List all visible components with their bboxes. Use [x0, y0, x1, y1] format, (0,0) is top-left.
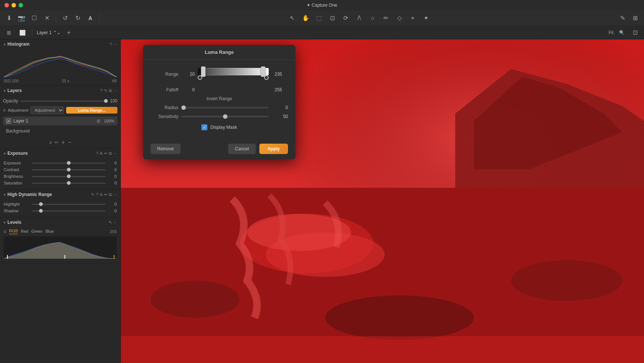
- layers-help[interactable]: ?: [100, 88, 103, 93]
- shadow-slider[interactable]: [32, 210, 106, 212]
- exp-a[interactable]: A: [100, 151, 102, 156]
- hdr-a[interactable]: A: [100, 192, 102, 197]
- straighten-tool[interactable]: ⊡: [327, 13, 338, 23]
- ellipse-tool[interactable]: ○: [368, 13, 378, 23]
- hand-tool[interactable]: ✋: [301, 13, 311, 23]
- saturation-slider[interactable]: [32, 183, 106, 184]
- opacity-thumb[interactable]: [104, 99, 108, 103]
- close-button[interactable]: [4, 3, 9, 7]
- cursor-tool[interactable]: ↖: [287, 13, 298, 23]
- layer-selector[interactable]: Layer 1 ⌃⌄: [37, 30, 61, 35]
- window-icon[interactable]: ☐: [29, 13, 39, 23]
- brightness-thumb[interactable]: [67, 174, 71, 178]
- levels-tab-red[interactable]: Red: [21, 229, 28, 234]
- minimize-button[interactable]: [12, 3, 16, 7]
- levels-tab-rgb[interactable]: RGB: [9, 229, 18, 234]
- crop-tool[interactable]: ⬚: [314, 13, 324, 23]
- levels-tab-blue[interactable]: Blue: [46, 229, 54, 234]
- layer-checkbox[interactable]: ✓: [6, 118, 11, 124]
- layers-header[interactable]: ▾ Layers ? ✎ ⧉ ···: [0, 86, 120, 95]
- opacity-row: Opacity 100: [3, 97, 117, 105]
- remove-button[interactable]: Remove: [151, 144, 181, 154]
- brightness-value: 0: [108, 174, 117, 179]
- levels-tab-green[interactable]: Green: [31, 229, 43, 234]
- layers-menu[interactable]: ···: [113, 88, 117, 93]
- contrast-thumb[interactable]: [67, 168, 71, 171]
- range-right-handle[interactable]: [261, 66, 265, 77]
- app-title: ✦ Capture One: [307, 3, 337, 8]
- falloff-value-left: 0: [181, 87, 195, 92]
- fullscreen-icon[interactable]: ⊡: [630, 27, 640, 38]
- download-icon[interactable]: ⬇: [4, 13, 14, 23]
- brightness-row: Brightness 0: [4, 173, 117, 180]
- heal-tool[interactable]: ✦: [421, 13, 431, 23]
- grid-view-icon[interactable]: ⊞: [4, 27, 14, 38]
- erase-tool[interactable]: ◇: [394, 13, 405, 23]
- rotate-tool[interactable]: ⟳: [341, 13, 351, 23]
- sensitivity-slider[interactable]: [181, 116, 269, 117]
- highlight-slider[interactable]: [32, 204, 106, 205]
- luma-range-button[interactable]: Luma Range...: [66, 107, 117, 114]
- cancel-button[interactable]: Cancel: [228, 144, 255, 154]
- close-icon[interactable]: ✕: [42, 13, 52, 23]
- layers-list-icon[interactable]: ≡: [49, 140, 52, 145]
- layers-edit[interactable]: ✎: [104, 88, 107, 93]
- hdr-edit-icon[interactable]: ✎: [91, 192, 94, 197]
- hdr-help[interactable]: ?: [96, 192, 98, 197]
- edit-icon[interactable]: ✎: [617, 13, 628, 23]
- histogram-menu[interactable]: ···: [113, 42, 117, 46]
- range-left-handle[interactable]: [201, 66, 206, 77]
- layer-chevron: ⌃⌄: [53, 30, 61, 35]
- shadow-thumb[interactable]: [39, 209, 43, 213]
- clone-tool[interactable]: ⌖: [408, 13, 418, 23]
- saturation-thumb[interactable]: [67, 181, 71, 185]
- brush-tool[interactable]: ✏: [381, 13, 391, 23]
- saturation-value: 0: [108, 181, 117, 185]
- layers-delete-icon[interactable]: −: [68, 139, 71, 146]
- exp-brush[interactable]: ✏: [104, 151, 107, 156]
- layers-copy[interactable]: ⧉: [109, 88, 112, 93]
- layer-name-label: Layer 1: [37, 30, 52, 35]
- opacity-slider[interactable]: [20, 101, 108, 102]
- histogram-header[interactable]: ▾ Histogram ? ···: [0, 39, 120, 49]
- layers-brush-icon[interactable]: ✏: [55, 140, 58, 145]
- hdr-copy[interactable]: ⧉: [109, 192, 112, 197]
- exposure-chevron: ▾: [4, 151, 6, 156]
- levels-menu[interactable]: ···: [113, 220, 117, 225]
- levels-edit[interactable]: ✎: [109, 220, 112, 225]
- undo-icon[interactable]: ↺: [60, 13, 70, 23]
- add-layer-icon[interactable]: +: [64, 27, 74, 38]
- keystone-tool[interactable]: /\: [354, 13, 365, 23]
- radius-thumb[interactable]: [181, 105, 186, 110]
- contrast-slider[interactable]: [32, 169, 106, 170]
- falloff-left-handle[interactable]: [198, 75, 202, 80]
- exposure-thumb[interactable]: [67, 161, 71, 165]
- exposure-header[interactable]: ▾ Exposure ? A ✏ ⧉ ···: [0, 148, 120, 158]
- hdr-menu[interactable]: ···: [113, 192, 117, 197]
- camera-icon[interactable]: 📷: [16, 13, 27, 23]
- exposure-label: Exposure: [4, 161, 30, 165]
- hdr-header[interactable]: ▾ High Dynamic Range ✎ ? A ✏ ⧉ ···: [0, 190, 120, 199]
- exp-copy[interactable]: ⧉: [109, 151, 112, 156]
- exp-menu[interactable]: ···: [113, 151, 117, 156]
- maximize-button[interactable]: [19, 3, 23, 7]
- display-mask-checkbox[interactable]: ✓: [201, 124, 207, 130]
- adj-dropdown[interactable]: Adjustment: [30, 107, 64, 114]
- single-view-icon[interactable]: ⬜: [17, 27, 27, 38]
- radius-slider[interactable]: [181, 107, 269, 108]
- sensitivity-thumb[interactable]: [223, 114, 227, 119]
- text-icon[interactable]: A: [85, 13, 96, 23]
- layers-add-icon[interactable]: +: [61, 139, 65, 146]
- exp-help[interactable]: ?: [96, 151, 98, 156]
- highlight-thumb[interactable]: [39, 202, 43, 206]
- exposure-slider[interactable]: [32, 163, 106, 164]
- panels-icon[interactable]: ⊞: [630, 13, 640, 23]
- apply-button[interactable]: Apply: [259, 144, 288, 154]
- histogram-help[interactable]: ?: [110, 42, 112, 46]
- zoom-icon[interactable]: 🔍: [617, 27, 627, 38]
- hdr-brush[interactable]: ✏: [104, 192, 107, 197]
- brightness-slider[interactable]: [32, 176, 106, 177]
- redo-icon[interactable]: ↻: [72, 13, 83, 23]
- levels-header[interactable]: ▾ Levels ✎ ···: [0, 218, 120, 227]
- falloff-right-handle[interactable]: [264, 75, 269, 80]
